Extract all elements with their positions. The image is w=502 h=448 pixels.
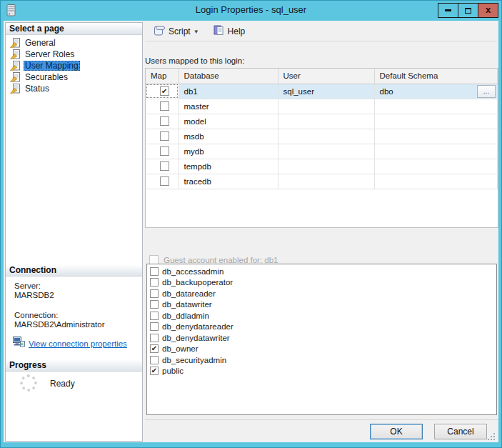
role-item-db-backupoperator[interactable]: db_backupoperator — [147, 277, 496, 289]
cancel-button[interactable]: Cancel — [434, 424, 487, 439]
map-checkbox[interactable] — [160, 161, 169, 171]
map-cell — [146, 144, 179, 159]
database-cell: mydb — [179, 144, 278, 159]
map-checkbox[interactable] — [160, 116, 169, 126]
server-label: Server: — [14, 282, 41, 290]
connection-value: MARSDB2\Administrator — [14, 320, 105, 329]
role-checkbox[interactable] — [150, 334, 159, 342]
title-bar: Login Properties - sql_user x — [1, 1, 501, 21]
role-label: db_securityadmin — [162, 356, 226, 364]
role-label: db_owner — [162, 344, 199, 353]
role-checkbox[interactable] — [150, 356, 159, 364]
role-checkbox[interactable] — [150, 312, 159, 320]
maximize-icon — [465, 8, 471, 14]
map-cell — [146, 129, 179, 144]
sidebar-item-label: Securables — [24, 72, 69, 82]
map-checkbox[interactable] — [160, 131, 169, 141]
spinner-icon — [20, 374, 37, 392]
progress-status: Ready — [50, 379, 75, 389]
sidebar-item-user-mapping[interactable]: User Mapping — [7, 60, 141, 71]
table-row-model[interactable]: model — [146, 114, 498, 129]
sidebar-item-status[interactable]: Status — [7, 83, 141, 94]
progress-header: Progress — [6, 359, 142, 372]
role-item-public[interactable]: ✔public — [147, 366, 496, 377]
role-label: db_accessadmin — [162, 267, 224, 276]
sidebar-item-server-roles[interactable]: Server Roles — [7, 49, 141, 60]
map-checkbox[interactable] — [160, 146, 169, 156]
role-checkbox[interactable] — [150, 322, 159, 331]
computer-icon — [13, 337, 25, 350]
role-item-db-accessadmin[interactable]: db_accessadmin — [147, 266, 496, 277]
database-cell: db1 — [179, 84, 278, 99]
user-cell — [278, 99, 374, 114]
map-checkbox[interactable] — [160, 176, 169, 186]
role-item-db-denydatareader[interactable]: db_denydatareader — [147, 322, 496, 333]
database-cell: msdb — [179, 129, 278, 144]
users-mapped-table: Map Database User Default Schema ✔db1sql… — [145, 68, 498, 228]
table-row-tempdb[interactable]: tempdb — [146, 159, 498, 174]
map-cell — [146, 159, 179, 174]
column-header-map: Map — [146, 69, 179, 84]
map-cell — [146, 174, 179, 189]
page-icon — [10, 84, 21, 94]
chevron-down-icon[interactable]: ▼ — [194, 29, 199, 35]
browse-schema-button[interactable]: ... — [477, 85, 496, 98]
role-item-db-owner[interactable]: ✔db_owner — [147, 344, 496, 355]
table-row-tracedb[interactable]: tracedb — [146, 174, 498, 189]
role-label: db_denydatareader — [162, 322, 234, 331]
footer-divider — [145, 419, 498, 420]
role-item-db-datareader[interactable]: db_datareader — [147, 288, 496, 299]
role-checkbox[interactable]: ✔ — [150, 367, 159, 375]
default-schema-cell: dbo... — [374, 84, 498, 99]
role-checkbox[interactable] — [150, 267, 159, 276]
table-row-db1[interactable]: ✔db1sql_userdbo... — [146, 84, 498, 99]
table-header-row: Map Database User Default Schema — [146, 69, 498, 84]
window-controls: x — [438, 3, 498, 18]
scroll-icon — [153, 26, 166, 38]
user-cell: sql_user — [278, 84, 374, 99]
user-cell — [278, 114, 374, 129]
sidebar-item-label: General — [24, 38, 57, 48]
close-button[interactable]: x — [478, 3, 498, 18]
role-membership-list: db_accessadmindb_backupoperatordb_datare… — [146, 264, 497, 415]
role-item-db-denydatawriter[interactable]: db_denydatawriter — [147, 332, 496, 344]
map-checkbox[interactable]: ✔ — [160, 86, 169, 96]
maximize-button[interactable] — [458, 3, 478, 18]
dialog-body: Select a page GeneralServer RolesUser Ma… — [4, 21, 498, 442]
role-item-db-securityadmin[interactable]: db_securityadmin — [147, 354, 496, 366]
map-checkbox[interactable] — [160, 101, 169, 111]
help-pages-icon — [214, 25, 225, 38]
page-icon — [10, 72, 21, 82]
resize-grip[interactable] — [487, 432, 496, 441]
role-item-db-ddladmin[interactable]: db_ddladmin — [147, 310, 496, 322]
view-connection-properties-link[interactable]: View connection properties — [29, 339, 127, 348]
role-item-db-datawriter[interactable]: db_datawriter — [147, 299, 496, 311]
help-label: Help — [228, 26, 246, 36]
default-schema-cell — [374, 144, 498, 159]
toolbar: Script ▼ Help — [145, 22, 497, 41]
guest-account-label: Guest account enabled for: db1 — [164, 256, 278, 264]
role-label: db_datareader — [162, 289, 216, 298]
sidebar-item-securables[interactable]: Securables — [7, 71, 141, 83]
user-cell — [278, 129, 374, 144]
map-cell — [146, 114, 179, 129]
script-button[interactable]: Script ▼ — [149, 24, 203, 39]
column-header-user: User — [278, 69, 374, 84]
table-row-mydb[interactable]: mydb — [146, 144, 498, 159]
role-checkbox[interactable] — [150, 300, 159, 309]
help-button[interactable]: Help — [210, 24, 249, 39]
role-checkbox[interactable]: ✔ — [150, 344, 159, 353]
table-row-master[interactable]: master — [146, 99, 498, 114]
role-checkbox[interactable] — [150, 278, 159, 287]
window-title: Login Properties - sql_user — [1, 4, 501, 15]
column-header-database: Database — [179, 69, 278, 84]
minimize-button[interactable] — [438, 3, 458, 18]
role-label: db_ddladmin — [162, 312, 209, 320]
default-schema-value: dbo — [380, 87, 393, 96]
role-checkbox[interactable] — [150, 289, 159, 298]
sidebar-item-general[interactable]: General — [7, 37, 141, 49]
server-value: MARSDB2 — [14, 291, 54, 299]
user-cell — [278, 174, 374, 189]
ok-button[interactable]: OK — [370, 424, 423, 439]
table-row-msdb[interactable]: msdb — [146, 129, 498, 144]
